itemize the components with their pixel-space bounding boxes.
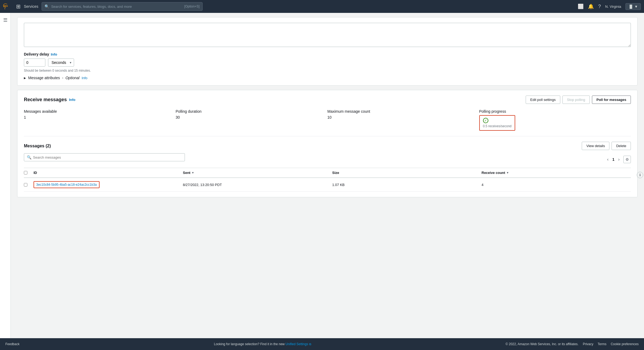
table-header-row: ID Sent ▼ Size Receive count ▼ (24, 168, 631, 178)
services-nav[interactable]: Services (24, 4, 38, 9)
prev-page-button[interactable]: ‹ (606, 156, 610, 162)
receive-messages-title: Receive messages Info (24, 97, 75, 103)
max-message-count-stat: Maximum message count 10 (327, 109, 479, 131)
message-attributes-toggle[interactable]: ▶ Message attributes - Optional Info (24, 76, 631, 80)
search-input[interactable] (51, 5, 182, 9)
polling-duration-stat: Polling duration 30 (176, 109, 328, 131)
stop-polling-button[interactable]: Stop polling (562, 96, 590, 104)
view-details-button[interactable]: View details (582, 142, 609, 150)
delay-select-wrapper: Seconds (48, 59, 74, 67)
table-row: 3ec10c84-5b95-4ba5-ac18-e24ac2cc1b3a 8/2… (24, 178, 631, 192)
next-page-button[interactable]: › (617, 156, 621, 162)
polling-duration-label: Polling duration (176, 109, 328, 114)
select-all-checkbox-cell (24, 171, 34, 175)
cookie-preferences-link[interactable]: Cookie preferences (611, 342, 639, 346)
polling-progress-label: Polling progress (479, 109, 631, 114)
main-content: Delivery delay Info Seconds Should be be… (11, 13, 644, 350)
delivery-delay-info-link[interactable]: Info (51, 52, 57, 56)
search-icon: 🔍 (45, 4, 49, 9)
delivery-delay-panel: Delivery delay Info Seconds Should be be… (17, 17, 638, 86)
table-settings-button[interactable]: ⚙ (623, 156, 631, 163)
feedback-link[interactable]: Feedback (5, 342, 20, 346)
svg-text:aws: aws (3, 5, 8, 7)
privacy-link[interactable]: Privacy (583, 342, 593, 346)
row-checkbox[interactable] (24, 183, 27, 187)
right-info-icon[interactable]: ℹ (637, 172, 643, 178)
message-id-link[interactable]: 3ec10c84-5b95-4ba5-ac18-e24ac2cc1b3a (34, 181, 100, 188)
bottom-bar: Feedback Looking for language selection?… (0, 338, 644, 350)
messages-title: Messages (2) (24, 144, 51, 148)
delay-row: Seconds (24, 59, 631, 67)
message-search-bar[interactable]: 🔍 (24, 153, 185, 161)
receive-count-sort-icon[interactable]: ▼ (506, 171, 509, 174)
terminal-icon[interactable]: ⬜ (578, 3, 584, 9)
delivery-delay-label: Delivery delay Info (24, 52, 631, 56)
page-wrapper: ☰ Delivery delay Info Seconds Should be … (0, 13, 644, 350)
sent-sort-icon[interactable]: ▼ (192, 171, 194, 174)
delay-input[interactable] (24, 59, 45, 67)
message-search-input[interactable] (33, 155, 182, 159)
message-body-textarea[interactable] (24, 23, 631, 47)
messages-available-stat: Messages available 1 (24, 109, 176, 131)
size-column-header: Size (332, 171, 482, 175)
messages-available-label: Messages available (24, 109, 176, 114)
optional-label: Optional (65, 76, 79, 80)
stats-row: Messages available 1 Polling duration 30… (24, 109, 631, 136)
receive-messages-panel: Receive messages Info Edit poll settings… (17, 90, 638, 197)
search-shortcut: [Option+S] (184, 5, 200, 8)
top-navigation: aws ⊞ Services 🔍 [Option+S] ⬜ 🔔 ? N. Vir… (0, 0, 644, 13)
select-all-checkbox[interactable] (24, 171, 27, 174)
section-actions: Edit poll settings Stop polling Poll for… (526, 96, 631, 104)
sent-column-header: Sent ▼ (183, 171, 332, 175)
row-size-cell: 1.07 KB (332, 183, 482, 187)
messages-header: Messages (2) View details Delete (24, 142, 631, 150)
row-id-cell: 3ec10c84-5b95-4ba5-ac18-e24ac2cc1b3a (34, 181, 183, 188)
receive-count-column-header: Receive count ▼ (482, 171, 631, 175)
message-attributes-label: Message attributes (28, 76, 60, 80)
bottom-left: Feedback (5, 342, 20, 346)
receive-messages-info-link[interactable]: Info (69, 98, 75, 102)
aws-logo[interactable]: aws (3, 2, 13, 11)
row-receive-count-cell: 4 (482, 183, 631, 187)
max-message-count-label: Maximum message count (327, 109, 479, 114)
delay-hint: Should be between 0 seconds and 15 minut… (24, 69, 631, 72)
messages-actions: View details Delete (582, 142, 631, 150)
receive-messages-header: Receive messages Info Edit poll settings… (24, 96, 631, 104)
terms-link[interactable]: Terms (598, 342, 606, 346)
messages-available-value: 1 (24, 115, 176, 119)
pagination-row: ‹ 1 › ⚙ (606, 156, 631, 163)
polling-progress-stat: Polling progress ✓ 0.5 receives/second (479, 109, 631, 131)
polling-progress-box: ✓ 0.5 receives/second (479, 115, 515, 131)
user-menu[interactable]: ▐▌ ▼ (625, 3, 641, 10)
row-checkbox-cell (24, 183, 34, 187)
grid-icon[interactable]: ⊞ (16, 3, 21, 10)
edit-poll-settings-button[interactable]: Edit poll settings (526, 96, 560, 104)
external-link-icon: ⧉ (309, 342, 311, 346)
sidebar-toggle[interactable]: ☰ (0, 13, 11, 350)
bottom-center: Looking for language selection? Find it … (20, 342, 506, 346)
region-selector[interactable]: N. Virginia (605, 5, 621, 9)
message-attributes-info-link[interactable]: Info (82, 76, 87, 80)
polling-rate: 0.5 receives/second (483, 124, 512, 128)
triangle-icon: ▶ (24, 76, 26, 79)
unified-settings-link[interactable]: Unified Settings ⧉ (286, 342, 311, 346)
right-info-panel: ℹ (636, 172, 644, 178)
bottom-right: © 2022, Amazon Web Services, Inc. or its… (506, 342, 639, 346)
search-bar[interactable]: 🔍 [Option+S] (42, 2, 203, 11)
bell-icon[interactable]: 🔔 (588, 3, 594, 9)
max-message-count-value: 10 (327, 115, 479, 119)
id-column-header: ID (34, 171, 183, 175)
row-sent-cell: 8/27/2022, 13:20:50 PDT (183, 183, 332, 187)
help-icon[interactable]: ? (598, 4, 601, 9)
page-number: 1 (612, 157, 614, 162)
poll-for-messages-button[interactable]: Poll for messages (592, 96, 631, 104)
polling-duration-value: 30 (176, 115, 328, 119)
delay-unit-select[interactable]: Seconds (48, 59, 74, 67)
delete-button[interactable]: Delete (612, 142, 631, 150)
nav-right: ⬜ 🔔 ? N. Virginia ▐▌ ▼ (578, 3, 641, 10)
polling-check-icon: ✓ (483, 118, 488, 123)
messages-table: ID Sent ▼ Size Receive count ▼ (24, 168, 631, 192)
search-icon: 🔍 (27, 155, 31, 159)
